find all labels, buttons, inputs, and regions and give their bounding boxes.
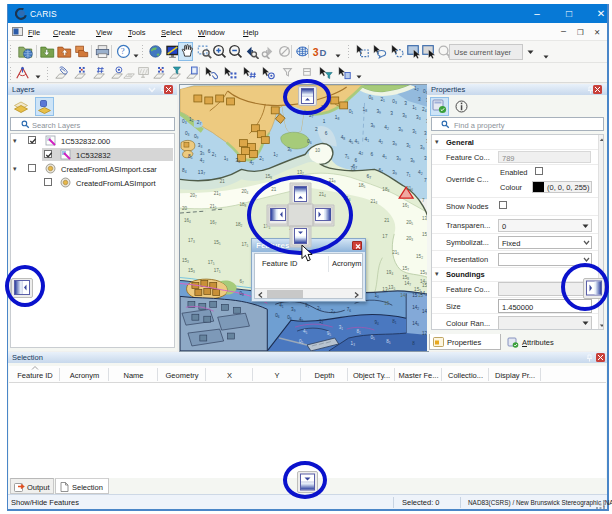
svg-text:D: D — [320, 47, 327, 58]
svg-text:15: 15 — [412, 293, 418, 298]
svg-text:21: 21 — [384, 218, 390, 223]
svg-text:10: 10 — [315, 148, 321, 153]
svg-text:6: 6 — [355, 158, 358, 163]
svg-text:20: 20 — [182, 206, 188, 211]
svg-text:3: 3 — [404, 101, 407, 106]
svg-text:3: 3 — [313, 46, 319, 58]
svg-text:3: 3 — [418, 97, 421, 102]
svg-text:3: 3 — [390, 111, 393, 116]
svg-text:2: 2 — [315, 127, 318, 132]
svg-text:6: 6 — [208, 149, 211, 154]
svg-text:15: 15 — [384, 301, 390, 306]
svg-text:6: 6 — [370, 152, 373, 157]
svg-text:21: 21 — [220, 179, 226, 184]
svg-text:1: 1 — [323, 119, 326, 124]
svg-text:17: 17 — [382, 234, 388, 239]
svg-text:?: ? — [121, 46, 125, 56]
svg-text:6: 6 — [325, 131, 328, 136]
